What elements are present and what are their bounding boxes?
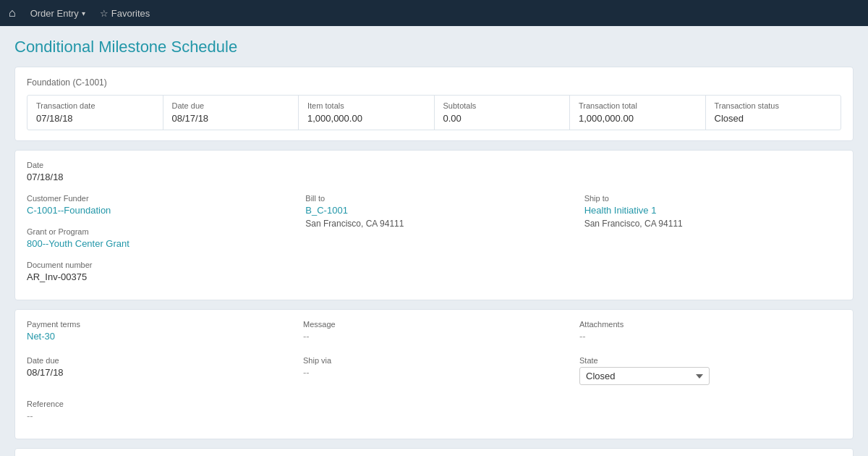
transaction-date-value: 07/18/18 [36,113,154,124]
date-info: Date 07/18/18 [27,161,284,182]
date-due-label: Date due [172,101,290,110]
reference-detail: Reference -- [27,400,289,421]
ship-via-detail: Ship via -- [303,356,565,385]
ship-to-address: San Francisco, CA 94111 [584,219,841,229]
bill-to-label: Bill to [305,194,562,203]
state-label: State [579,356,841,365]
subtotals-cell: Subtotals 0.00 [435,96,571,130]
details-card: Payment terms Net-30 Message -- Attachme… [14,309,854,439]
payment-terms-detail: Payment terms Net-30 [27,320,289,342]
state-detail: State Closed [579,356,841,385]
bill-to-address: San Francisco, CA 94111 [305,219,562,229]
payment-terms-link[interactable]: Net-30 [27,331,55,342]
message-value: -- [303,331,565,342]
payment-terms-label: Payment terms [27,320,289,329]
date-due-detail: Date due 08/17/18 [27,356,289,385]
bill-to-link[interactable]: B_C-1001 [305,205,348,216]
page-title: Conditional Milestone Schedule [14,38,854,56]
transaction-total-label: Transaction total [579,101,697,110]
date-due-value: 08/17/18 [172,113,290,124]
top-nav: ⌂ Order Entry ▾ ☆ Favorites [0,0,868,26]
transaction-date-label: Transaction date [36,101,154,110]
transaction-status-value: Closed [715,113,833,124]
info-card: Date 07/18/18 Customer Funder C-1001--Fo… [14,150,854,300]
date-info-label: Date [27,161,284,169]
transaction-status-cell: Transaction status Closed [706,96,841,130]
grant-program-label: Grant or Program [27,227,284,236]
grant-program-link[interactable]: 800--Youth Center Grant [27,238,129,249]
foundation-card-label: Foundation (C-1001) [27,77,841,88]
customer-funder-label: Customer Funder [27,194,284,203]
message-label: Message [303,320,565,329]
nav-favorites[interactable]: ☆ Favorites [100,8,150,19]
ship-to-label: Ship to [584,194,841,203]
transaction-total-cell: Transaction total 1,000,000.00 [570,96,706,130]
date-due-detail-value: 08/17/18 [27,367,289,378]
attachments-label: Attachments [579,320,841,329]
document-number-value: AR_Inv-00375 [27,271,284,282]
nav-order-entry-label: Order Entry [30,8,79,19]
transaction-total-value: 1,000,000.00 [579,113,697,124]
attachments-value: -- [579,331,841,342]
bill-to-info: Bill to B_C-1001 San Francisco, CA 94111 [305,194,562,229]
subtotals-label: Subtotals [443,101,561,110]
customer-funder-link[interactable]: C-1001--Foundation [27,205,111,216]
date-due-cell: Date due 08/17/18 [163,96,299,130]
grant-program-info: Grant or Program 800--Youth Center Grant [27,227,284,249]
main-content: Conditional Milestone Schedule Foundatio… [0,26,868,456]
nav-favorites-label: Favorites [111,8,150,19]
transaction-status-label: Transaction status [715,101,833,110]
state-select[interactable]: Closed [579,367,710,385]
chevron-down-icon: ▾ [82,9,85,17]
ship-to-info: Ship to Health Initiative 1 San Francisc… [584,194,841,229]
document-number-info: Document number AR_Inv-00375 [27,261,284,282]
document-number-label: Document number [27,261,284,269]
ship-to-link[interactable]: Health Initiative 1 [584,205,657,216]
item-totals-cell: Item totals 1,000,000.00 [299,96,435,130]
customer-funder-info: Customer Funder C-1001--Foundation [27,194,284,216]
home-icon[interactable]: ⌂ [9,7,16,20]
foundation-card: Foundation (C-1001) Transaction date 07/… [14,67,854,141]
nav-order-entry[interactable]: Order Entry ▾ [30,8,85,19]
item-totals-value: 1,000,000.00 [307,113,425,124]
message-detail: Message -- [303,320,565,342]
subtotals-value: 0.00 [443,113,561,124]
item-totals-label: Item totals [307,101,425,110]
ship-via-label: Ship via [303,356,565,365]
date-due-detail-label: Date due [27,356,289,365]
entries-card: Entries Item ID Warehouse Quantity Unit … [14,448,854,456]
ship-via-value: -- [303,367,565,378]
summary-row: Transaction date 07/18/18 Date due 08/17… [27,95,841,130]
details-grid: Payment terms Net-30 Message -- Attachme… [27,320,841,428]
transaction-date-cell: Transaction date 07/18/18 [27,96,163,130]
reference-value: -- [27,410,289,421]
attachments-detail: Attachments -- [579,320,841,342]
date-info-value: 07/18/18 [27,172,284,182]
reference-label: Reference [27,400,289,408]
star-icon: ☆ [100,8,109,19]
